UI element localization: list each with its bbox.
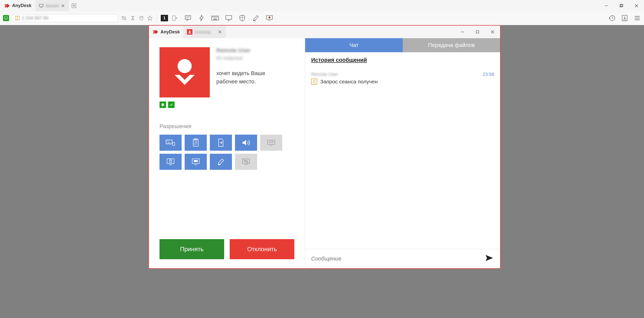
main-tab[interactable]: Session xyxy=(35,0,69,11)
download-icon[interactable] xyxy=(621,14,628,22)
dialog-body: Remote User ID redacted хочет видеть Ваш… xyxy=(149,38,500,268)
svg-rect-58 xyxy=(193,139,198,146)
new-tab-button[interactable] xyxy=(69,4,79,8)
app-logo: AnyDesk xyxy=(0,3,35,9)
send-button[interactable] xyxy=(485,254,494,263)
svg-rect-55 xyxy=(169,141,169,141)
perm-audio[interactable] xyxy=(235,135,257,151)
dialog-maximize-button[interactable] xyxy=(470,26,485,38)
menu-icon[interactable] xyxy=(633,14,641,22)
toolbar-right xyxy=(608,14,641,22)
plus-icon xyxy=(72,4,76,8)
svg-rect-54 xyxy=(168,141,168,141)
chat-history: История сообщений Remote User 23:58 Запр… xyxy=(305,52,500,89)
dialog-close-button[interactable] xyxy=(485,26,500,38)
dialog-tab-close-icon[interactable] xyxy=(218,30,222,34)
svg-point-36 xyxy=(268,17,270,18)
incoming-request-dialog: AnyDesk Incoming xyxy=(148,25,501,269)
perm-record[interactable] xyxy=(185,154,207,170)
svg-point-44 xyxy=(189,31,190,32)
svg-rect-56 xyxy=(167,143,170,143)
permissions-label: Разрешения xyxy=(159,123,294,130)
main-window: AnyDesk Session 1 234 567 89 xyxy=(0,0,644,318)
monitor-icon xyxy=(39,4,44,8)
status-icons xyxy=(159,101,294,108)
requester-info: Remote User ID redacted хочет видеть Ваш… xyxy=(216,47,265,97)
perm-tcp-tunnel[interactable] xyxy=(260,135,282,151)
dialog-minimize-button[interactable] xyxy=(455,26,470,38)
perm-file-transfer[interactable] xyxy=(210,135,232,151)
toolbar-camera-off-icon[interactable] xyxy=(121,15,128,22)
svg-rect-24 xyxy=(213,17,214,17)
svg-rect-12 xyxy=(5,17,8,19)
action-buttons: Принять Отклонить xyxy=(159,239,294,259)
address-bar[interactable]: 1 234 567 89 xyxy=(12,14,118,22)
svg-rect-65 xyxy=(167,159,174,164)
session-request-icon xyxy=(311,79,317,85)
svg-rect-23 xyxy=(212,17,213,17)
svg-rect-52 xyxy=(166,140,172,144)
toolbar-database-icon[interactable] xyxy=(138,15,145,22)
tab-file-transfer[interactable]: Передача файлов xyxy=(403,38,500,52)
perm-keyboard-mouse[interactable] xyxy=(159,135,182,151)
display-icon[interactable] xyxy=(225,14,232,22)
connection-status-icon xyxy=(3,15,9,21)
dialog-tab-label: Incoming xyxy=(195,30,210,34)
keyboard-icon[interactable] xyxy=(211,14,219,22)
address-text: 1 234 567 89 xyxy=(22,16,48,21)
tab-close-icon[interactable] xyxy=(61,4,65,8)
app-name: AnyDesk xyxy=(12,3,31,8)
svg-rect-27 xyxy=(217,17,218,17)
record-icon[interactable] xyxy=(266,14,273,22)
svg-rect-28 xyxy=(213,19,217,20)
accept-button[interactable]: Принять xyxy=(159,239,224,259)
requester-avatar xyxy=(159,47,210,97)
actions-icon[interactable] xyxy=(198,14,205,22)
maximize-button[interactable] xyxy=(614,0,629,11)
tab-chat[interactable]: Чат xyxy=(305,38,403,52)
dialog-logo: AnyDesk xyxy=(149,29,183,35)
dialog-title-bar: AnyDesk Incoming xyxy=(149,26,500,38)
svg-rect-22 xyxy=(212,16,219,20)
tab-label: Session xyxy=(46,4,59,8)
close-button[interactable] xyxy=(629,0,644,11)
request-panel: Remote User ID redacted хочет видеть Ваш… xyxy=(149,38,305,268)
requester-name: Remote User xyxy=(216,47,265,54)
content-area: AnyDesk Incoming xyxy=(0,25,644,318)
perm-clipboard[interactable] xyxy=(185,135,207,151)
minimize-button[interactable] xyxy=(599,0,614,11)
perm-lock[interactable] xyxy=(159,154,182,170)
svg-rect-15 xyxy=(122,17,125,19)
svg-rect-25 xyxy=(215,17,215,17)
toolbar-exit-icon[interactable] xyxy=(171,15,178,22)
send-icon xyxy=(485,254,494,262)
svg-rect-48 xyxy=(476,31,479,33)
shield-icon[interactable] xyxy=(238,14,246,22)
chat-input-row xyxy=(305,249,500,268)
whiteboard-icon[interactable] xyxy=(252,14,260,22)
chat-tabs: Чат Передача файлов xyxy=(305,38,500,52)
toolbar-hourglass-icon[interactable] xyxy=(129,15,136,22)
perm-privacy[interactable] xyxy=(235,154,257,170)
svg-point-57 xyxy=(172,142,175,146)
request-text: хочет видеть Ваше рабочее место. xyxy=(216,69,265,86)
window-controls xyxy=(599,0,644,11)
chat-entry-body: Запрос сеанса получен xyxy=(311,79,494,85)
chat-input[interactable] xyxy=(311,255,481,262)
history-icon[interactable] xyxy=(608,14,616,22)
dialog-tab[interactable]: Incoming xyxy=(183,26,226,38)
svg-rect-66 xyxy=(170,161,172,163)
chat-icon[interactable] xyxy=(184,14,192,22)
anydesk-logo-icon xyxy=(152,29,158,35)
chat-entry: Remote User 23:58 Запрос сеанса получен xyxy=(311,72,494,85)
toolbar-star-icon[interactable] xyxy=(146,15,153,22)
session-count-badge: 1 xyxy=(161,15,168,21)
toolbar-divider xyxy=(157,14,157,22)
toolbar-quick-icons xyxy=(121,15,153,22)
reject-button[interactable]: Отклонить xyxy=(230,239,294,259)
user-icon xyxy=(187,29,192,35)
svg-rect-0 xyxy=(39,4,43,7)
dialog-window-controls xyxy=(455,26,500,38)
chat-panel: Чат Передача файлов История сообщений Re… xyxy=(305,38,500,268)
perm-draw[interactable] xyxy=(210,154,232,170)
